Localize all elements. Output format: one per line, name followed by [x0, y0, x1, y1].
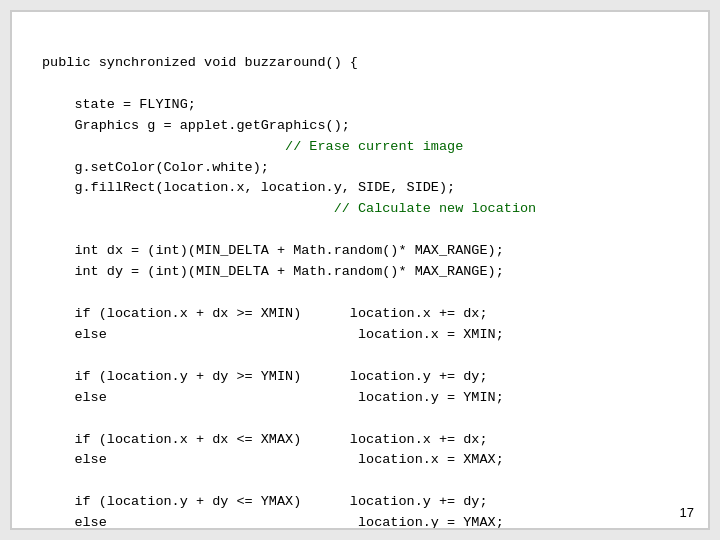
page-number: 17 [680, 505, 694, 520]
code-line-3: state = FLYING; [42, 97, 196, 112]
comment-calculate: // Calculate new location [334, 201, 537, 216]
code-line-6: g.setColor(Color.white); [42, 160, 269, 175]
code-line-1: public synchronized void buzzaround() { [42, 55, 358, 70]
code-line-13: if (location.x + dx >= XMIN) location.x … [42, 306, 488, 321]
slide: public synchronized void buzzaround() { … [10, 10, 710, 530]
code-line-5: // Erase current image [42, 139, 463, 154]
code-line-4: Graphics g = applet.getGraphics(); [42, 118, 350, 133]
code-line-20: else location.x = XMAX; [42, 452, 504, 467]
code-line-17: else location.y = YMIN; [42, 390, 504, 405]
code-line-14: else location.x = XMIN; [42, 327, 504, 342]
code-block: public synchronized void buzzaround() { … [42, 32, 678, 530]
code-line-23: else location.y = YMAX; [42, 515, 504, 530]
code-line-19: if (location.x + dx <= XMAX) location.x … [42, 432, 488, 447]
code-line-22: if (location.y + dy <= YMAX) location.y … [42, 494, 488, 509]
code-line-7: g.fillRect(location.x, location.y, SIDE,… [42, 180, 455, 195]
comment-erase: // Erase current image [285, 139, 463, 154]
code-line-16: if (location.y + dy >= YMIN) location.y … [42, 369, 488, 384]
code-line-8: // Calculate new location [42, 201, 536, 216]
code-line-10: int dx = (int)(MIN_DELTA + Math.random()… [42, 243, 504, 258]
code-line-11: int dy = (int)(MIN_DELTA + Math.random()… [42, 264, 504, 279]
